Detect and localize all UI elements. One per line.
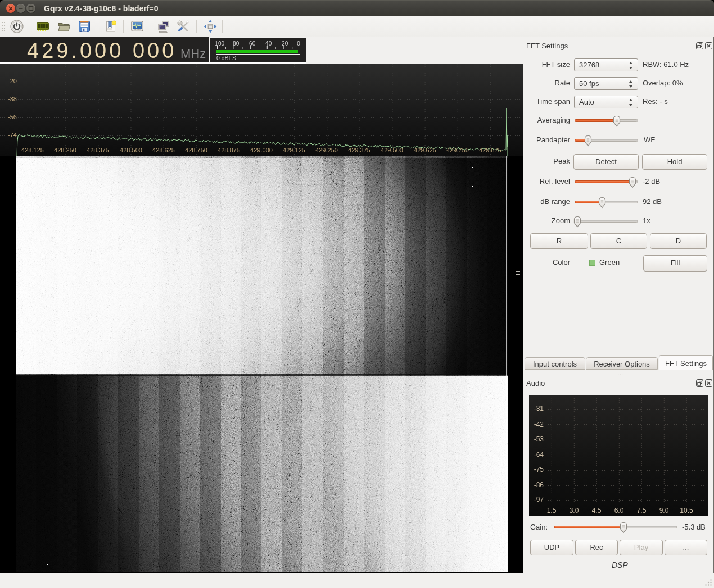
svg-text:-20: -20 [280,40,288,47]
svg-text:-80: -80 [231,40,239,47]
svg-text:-60: -60 [247,40,256,47]
svg-text:-100: -100 [213,40,224,47]
svg-text:0: 0 [297,40,300,47]
svg-text:0 dBFS: 0 dBFS [216,55,236,61]
svg-text:-40: -40 [264,40,272,47]
